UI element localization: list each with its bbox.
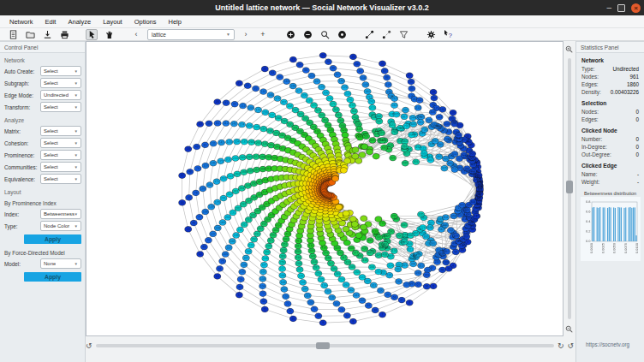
label-communities: Communities: bbox=[4, 164, 39, 170]
apply-button-by-prominence-index[interactable]: Apply bbox=[24, 234, 81, 244]
label-index: Index: bbox=[4, 211, 39, 217]
zoom-slider-handle[interactable] bbox=[566, 181, 573, 193]
select-type[interactable]: Node Color▼ bbox=[40, 221, 81, 231]
save-network-button[interactable] bbox=[41, 29, 53, 40]
select-value-communities: Select bbox=[44, 164, 58, 169]
stat-section-clicked-edge: Clicked Edge bbox=[576, 158, 644, 170]
chevron-down-icon: ▼ bbox=[75, 129, 78, 134]
select-value-matrix: Select bbox=[44, 128, 58, 134]
row-equivalence: Equivalence:Select▼ bbox=[0, 173, 85, 185]
chevron-down-icon: ▼ bbox=[226, 32, 230, 37]
subgroup-by-force-directed-model: By Force-Directed Model bbox=[0, 246, 85, 258]
select-subgraph[interactable]: Select▼ bbox=[40, 78, 81, 88]
label-model: Model: bbox=[4, 261, 39, 267]
stat-value-edges: 1860 bbox=[627, 81, 639, 87]
zoom-out-icon[interactable] bbox=[565, 321, 573, 336]
select-transform[interactable]: Select▼ bbox=[40, 102, 81, 112]
relation-combobox[interactable]: lattice ▼ bbox=[147, 29, 235, 40]
zoom-in-icon[interactable] bbox=[565, 41, 573, 56]
select-auto-create[interactable]: Select▼ bbox=[40, 66, 81, 76]
select-edge-mode[interactable]: Undirected▼ bbox=[40, 90, 81, 100]
select-communities[interactable]: Select▼ bbox=[40, 162, 81, 172]
add-relation-button[interactable]: + bbox=[257, 29, 269, 40]
select-model[interactable]: None▼ bbox=[40, 258, 81, 269]
stat-label-edges: Edges: bbox=[581, 116, 599, 122]
select-prominence[interactable]: Select▼ bbox=[40, 150, 81, 160]
rotate-slider-track[interactable] bbox=[96, 344, 554, 347]
stat-row-edges: Edges:1860 bbox=[576, 80, 644, 88]
help-whats-this-button[interactable]: ? bbox=[442, 29, 454, 40]
maximize-button[interactable] bbox=[617, 4, 625, 12]
open-file-button[interactable] bbox=[24, 29, 36, 40]
rotate-slider-handle[interactable] bbox=[316, 342, 330, 349]
row-transform: Transform:Select▼ bbox=[0, 101, 85, 113]
select-cohesion[interactable]: Select▼ bbox=[40, 138, 81, 148]
stat-row-out-degree: Out-Degree:0 bbox=[576, 151, 644, 158]
stat-label-nodes: Nodes: bbox=[581, 109, 599, 115]
stat-section-selection: Selection bbox=[576, 96, 644, 108]
pointer-tool-button[interactable] bbox=[86, 29, 98, 40]
chevron-down-icon: ▼ bbox=[75, 212, 78, 217]
menu-help[interactable]: Help bbox=[163, 15, 188, 27]
remove-edge-button[interactable] bbox=[380, 29, 392, 40]
next-relation-button[interactable]: › bbox=[240, 29, 252, 40]
row-type: Type:Node Color▼ bbox=[0, 220, 85, 232]
zoom-slider-track[interactable] bbox=[568, 58, 571, 319]
chevron-down-icon: ▼ bbox=[75, 81, 78, 86]
node-properties-button[interactable] bbox=[336, 29, 348, 40]
statistics-panel: Statistics Panel NetworkType:UndirectedN… bbox=[575, 41, 644, 362]
add-node-button[interactable] bbox=[284, 29, 296, 40]
chevron-down-icon: ▼ bbox=[75, 153, 78, 157]
control-panel-title: Control Panel bbox=[0, 41, 85, 53]
stat-value-weight: - bbox=[637, 179, 639, 185]
row-communities: Communities:Select▼ bbox=[0, 161, 85, 173]
stat-label-nodes: Nodes: bbox=[581, 74, 599, 80]
select-value-prominence: Select bbox=[44, 152, 58, 157]
stat-row-number: Number:0 bbox=[576, 135, 644, 143]
label-transform: Transform: bbox=[4, 104, 39, 110]
apply-button-by-force-directed-model[interactable]: Apply bbox=[24, 272, 81, 282]
svg-text:?: ? bbox=[449, 32, 453, 39]
chevron-down-icon: ▼ bbox=[75, 165, 78, 169]
stat-value-density: 0.00403226 bbox=[611, 89, 639, 95]
stat-row-edges: Edges:0 bbox=[576, 116, 644, 123]
rotate-left-icon[interactable]: ↺ bbox=[86, 341, 92, 351]
network-canvas[interactable] bbox=[86, 42, 563, 335]
search-node-icon[interactable] bbox=[319, 29, 331, 40]
hand-drag-tool-button[interactable] bbox=[103, 29, 115, 40]
stat-value-name: - bbox=[637, 171, 639, 177]
row-cohesion: Cohesion:Select▼ bbox=[0, 137, 85, 149]
previous-relation-button[interactable]: ‹ bbox=[130, 29, 142, 40]
settings-gear-icon[interactable] bbox=[425, 29, 437, 40]
menu-options[interactable]: Options bbox=[128, 15, 163, 27]
stat-value-type: Undirected bbox=[613, 66, 639, 72]
row-model: Model:None▼ bbox=[0, 258, 85, 270]
select-value-type: Node Color bbox=[44, 223, 69, 228]
filter-edges-button[interactable] bbox=[397, 29, 409, 40]
chevron-down-icon: ▼ bbox=[75, 262, 78, 266]
app-window: Untitled lattice network — Social Networ… bbox=[0, 0, 644, 362]
remove-node-button[interactable] bbox=[301, 29, 313, 40]
menu-analyze[interactable]: Analyze bbox=[62, 15, 97, 27]
menu-layout[interactable]: Layout bbox=[97, 15, 128, 27]
rotate-right-icon[interactable]: ↻ bbox=[558, 341, 564, 351]
menu-edit[interactable]: Edit bbox=[39, 15, 63, 27]
stat-value-nodes: 961 bbox=[629, 74, 639, 80]
stat-value-edges: 0 bbox=[635, 116, 639, 122]
group-network: Network bbox=[0, 53, 85, 65]
add-edge-button[interactable] bbox=[363, 29, 375, 40]
select-index[interactable]: Betweenness Cen▼ bbox=[40, 209, 81, 219]
menu-network[interactable]: Network bbox=[3, 15, 39, 27]
new-network-button[interactable] bbox=[7, 29, 19, 40]
stat-label-number: Number: bbox=[581, 136, 602, 142]
stat-row-weight: Weight:- bbox=[576, 178, 644, 186]
close-button[interactable]: × bbox=[631, 3, 641, 13]
socnetv-link[interactable]: https://socnetv.org bbox=[586, 341, 629, 347]
reset-view-icon[interactable]: ↺ bbox=[567, 341, 574, 351]
stat-row-in-degree: In-Degree:0 bbox=[576, 143, 644, 151]
select-equivalence[interactable]: Select▼ bbox=[40, 174, 81, 184]
select-matrix[interactable]: Select▼ bbox=[40, 126, 81, 136]
minimize-button[interactable]: – bbox=[606, 3, 611, 12]
chevron-down-icon: ▼ bbox=[75, 177, 78, 181]
print-network-button[interactable] bbox=[58, 29, 70, 40]
